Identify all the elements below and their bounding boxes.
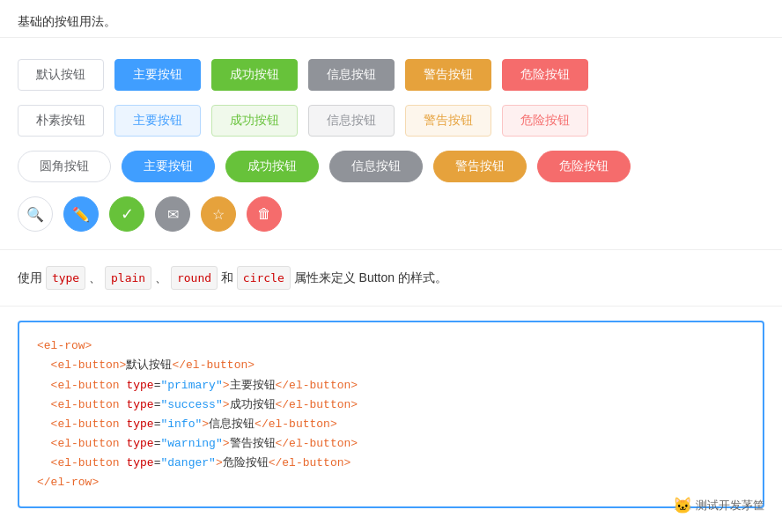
code-block: <el-row> <el-button>默认按钮</el-button> <el… — [18, 321, 764, 508]
circle-search-button[interactable]: 🔍 — [18, 196, 53, 232]
mail-icon: ✉ — [167, 206, 179, 223]
code-line-4: <el-button type="success">成功按钮</el-butto… — [37, 395, 745, 415]
star-icon: ☆ — [212, 206, 225, 223]
top-desc-text: 基础的按钮用法。 — [18, 14, 116, 28]
search-icon: 🔍 — [26, 206, 44, 223]
circle-edit-button[interactable]: ✏️ — [63, 196, 99, 232]
round-default-button[interactable]: 圆角按钮 — [18, 151, 111, 182]
default-button[interactable]: 默认按钮 — [18, 59, 104, 91]
danger-button[interactable]: 危险按钮 — [502, 59, 588, 91]
round-success-button[interactable]: 成功按钮 — [225, 151, 319, 182]
description-section: 使用 type 、 plain 、 round 和 circle 属性来定义 B… — [0, 250, 782, 307]
code-line-6: <el-button type="warning">警告按钮</el-butto… — [37, 434, 745, 454]
warning-button[interactable]: 警告按钮 — [405, 59, 491, 91]
circle-check-button[interactable]: ✓ — [109, 196, 144, 232]
watermark-icon: 🐱 — [673, 496, 692, 515]
circle-delete-button[interactable]: 🗑 — [247, 196, 282, 232]
code-line-7: <el-button type="danger">危险按钮</el-button… — [37, 454, 745, 473]
success-button[interactable]: 成功按钮 — [211, 59, 298, 91]
code-section: <el-row> <el-button>默认按钮</el-button> <el… — [0, 307, 782, 526]
check-icon: ✓ — [121, 204, 134, 224]
code-line-2: <el-button>默认按钮</el-button> — [37, 356, 745, 375]
description-paragraph: 使用 type 、 plain 、 round 和 circle 属性来定义 B… — [18, 266, 764, 290]
info-button[interactable]: 信息按钮 — [308, 59, 395, 91]
round-info-button[interactable]: 信息按钮 — [329, 151, 423, 182]
edit-icon: ✏️ — [72, 206, 90, 223]
code-line-3: <el-button type="primary">主要按钮</el-butto… — [37, 376, 745, 395]
type-code-tag: type — [46, 266, 85, 290]
round-warning-button[interactable]: 警告按钮 — [433, 151, 527, 182]
primary-button[interactable]: 主要按钮 — [114, 59, 201, 91]
plain-button-row: 朴素按钮 主要按钮 成功按钮 信息按钮 警告按钮 危险按钮 — [18, 105, 764, 137]
plain-warning-button[interactable]: 警告按钮 — [405, 105, 491, 137]
watermark-text: 测试开发茅筐 — [696, 498, 764, 514]
round-danger-button[interactable]: 危险按钮 — [537, 151, 631, 182]
code-line-5: <el-button type="info">信息按钮</el-button> — [37, 415, 745, 434]
demo-section: 默认按钮 主要按钮 成功按钮 信息按钮 警告按钮 危险按钮 朴素按钮 主要按钮 … — [0, 38, 782, 250]
plain-default-button[interactable]: 朴素按钮 — [18, 105, 104, 137]
circle-button-row: 🔍 ✏️ ✓ ✉ ☆ 🗑 — [18, 196, 764, 232]
circle-mail-button[interactable]: ✉ — [155, 196, 190, 232]
circle-code-tag: circle — [237, 266, 291, 290]
plain-info-button[interactable]: 信息按钮 — [308, 105, 395, 137]
code-line-8: </el-row> — [37, 473, 745, 492]
plain-danger-button[interactable]: 危险按钮 — [502, 105, 588, 137]
desc-sep3: 和 — [221, 270, 237, 284]
normal-button-row: 默认按钮 主要按钮 成功按钮 信息按钮 警告按钮 危险按钮 — [18, 59, 764, 91]
delete-icon: 🗑 — [257, 206, 271, 222]
plain-code-tag: plain — [105, 266, 151, 290]
top-description: 基础的按钮用法。 — [0, 0, 782, 38]
plain-primary-button[interactable]: 主要按钮 — [114, 105, 201, 137]
watermark: 🐱 测试开发茅筐 — [673, 496, 764, 515]
round-primary-button[interactable]: 主要按钮 — [122, 151, 215, 182]
round-button-row: 圆角按钮 主要按钮 成功按钮 信息按钮 警告按钮 危险按钮 — [18, 151, 764, 182]
desc-suffix: 属性来定义 Button 的样式。 — [294, 270, 447, 284]
circle-star-button[interactable]: ☆ — [201, 196, 236, 232]
round-code-tag: round — [171, 266, 218, 290]
code-line-1: <el-row> — [37, 336, 745, 356]
desc-sep2: 、 — [155, 270, 171, 284]
desc-sep1: 、 — [89, 270, 105, 284]
plain-success-button[interactable]: 成功按钮 — [211, 105, 298, 137]
desc-prefix: 使用 — [18, 270, 46, 284]
